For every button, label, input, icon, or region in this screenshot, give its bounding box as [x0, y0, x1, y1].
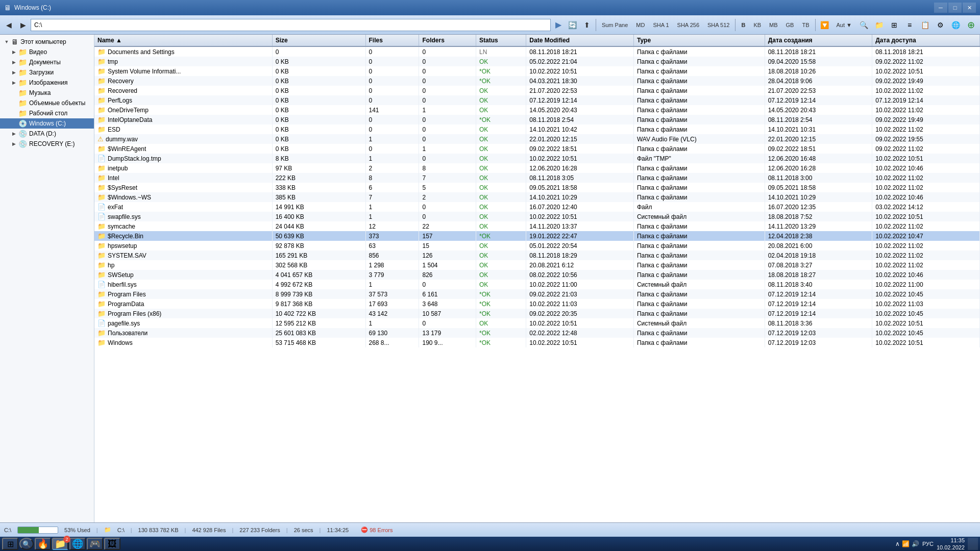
back-button[interactable]: ◀ — [2, 18, 15, 32]
table-row[interactable]: 📁$SysReset 338 KB 6 5 OK 09.05.2021 18:5… — [94, 183, 980, 192]
cell-status: *OK — [476, 309, 526, 318]
list-view-button[interactable]: ≡ — [902, 18, 917, 32]
md-button[interactable]: MD — [632, 18, 648, 32]
table-row[interactable]: 📄swapfile.sys 16 400 KB 1 0 OK 10.02.202… — [94, 212, 980, 221]
start-button[interactable]: ⊞ — [2, 538, 18, 550]
sum-pane-button[interactable]: Sum Pane — [598, 18, 631, 32]
cell-status: *OK — [476, 338, 526, 347]
table-row[interactable]: 📁Program Files (x86) 10 402 722 KB 43 14… — [94, 309, 980, 318]
tb-button[interactable]: TB — [798, 18, 813, 32]
mb-button[interactable]: MB — [766, 18, 781, 32]
sidebar-item-windows-c[interactable]: 💿 Windows (C:) — [0, 118, 94, 129]
globe-button[interactable]: 🌐 — [948, 18, 963, 32]
table-row[interactable]: 📁IntelOptaneData 0 KB 0 0 *OK 08.11.2018… — [94, 115, 980, 124]
cell-files: 268 8... — [365, 338, 419, 347]
sidebar-item-desktop[interactable]: 📁 Рабочий стол — [0, 108, 94, 118]
table-row[interactable]: 📁hpswsetup 92 878 KB 63 15 OK 05.01.2022… — [94, 241, 980, 251]
table-row[interactable]: 📁SWSetup 4 041 657 KB 3 779 826 OK 08.02… — [94, 270, 980, 280]
show-desktop-button[interactable] — [968, 538, 978, 550]
table-row[interactable]: ⚠dummy.wav 0 KB 1 0 OK 22.01.2020 12:15 … — [94, 134, 980, 144]
up-button[interactable]: ⬆ — [580, 18, 594, 32]
sidebar-item-objects[interactable]: 📁 Объемные объекты — [0, 98, 94, 108]
table-row[interactable]: 📄exFat 14 991 KB 1 0 OK 16.07.2020 12:40… — [94, 202, 980, 212]
cell-accessed: 10.02.2022 11:03 — [872, 299, 980, 309]
settings-button[interactable]: ⚙ — [933, 18, 947, 32]
table-row[interactable]: 📁SYSTEM.SAV 165 291 KB 856 126 OK 08.11.… — [94, 251, 980, 260]
go-button[interactable]: ▶ — [552, 18, 565, 32]
sidebar-item-data-d[interactable]: ▶ 💿 DATA (D:) — [0, 129, 94, 139]
close-button[interactable]: ✕ — [963, 3, 976, 13]
table-row[interactable]: 📁Documents and Settings 0 0 0 LN 08.11.2… — [94, 46, 980, 57]
taskbar-app-photos[interactable]: 🖼 — [104, 538, 120, 550]
table-row[interactable]: 📁System Volume Informati... 0 KB 0 0 *OK… — [94, 66, 980, 76]
cell-type: Папка с файлами — [633, 231, 765, 241]
kb-button[interactable]: KB — [750, 18, 765, 32]
sidebar-item-recovery-e[interactable]: ▶ 💿 RECOVERY (E:) — [0, 139, 94, 149]
address-bar[interactable] — [31, 19, 551, 31]
sidebar-item-downloads[interactable]: ▶ 📁 Загрузки — [0, 67, 94, 78]
table-row[interactable]: 📁$Windows.~WS 385 KB 7 2 OK 14.10.2021 1… — [94, 192, 980, 202]
sidebar-item-docs[interactable]: ▶ 📁 Документы — [0, 57, 94, 67]
table-row[interactable]: 📁OneDriveTemp 0 KB 141 1 OK 14.05.2020 2… — [94, 105, 980, 115]
sidebar-item-music[interactable]: 📁 Музыка — [0, 88, 94, 98]
col-size[interactable]: Size — [272, 35, 365, 46]
col-created[interactable]: Дата создания — [765, 35, 872, 46]
tray-volume-icon[interactable]: 🔊 — [912, 540, 919, 547]
taskbar-app-store[interactable]: 🔥 — [35, 538, 51, 550]
sha1-button[interactable]: SHA 1 — [649, 18, 672, 32]
sidebar-item-this-pc[interactable]: ▼ 🖥 Этот компьютер — [0, 37, 94, 47]
sha512-button[interactable]: SHA 512 — [704, 18, 733, 32]
cell-type: Папка с файлами — [633, 241, 765, 251]
table-row[interactable]: 📁$Recycle.Bin 50 639 KB 373 157 *OK 19.0… — [94, 231, 980, 241]
table-row[interactable]: 📄pagefile.sys 12 595 212 KB 1 0 OK 10.02… — [94, 318, 980, 328]
new-folder-button[interactable]: 📁 — [872, 18, 886, 32]
file-name: PerfLogs — [108, 97, 132, 104]
auto-button[interactable]: Aut ▼ — [833, 18, 855, 32]
table-row[interactable]: 📁symcache 24 044 KB 12 22 OK 14.11.2020 … — [94, 221, 980, 231]
minimize-button[interactable]: ─ — [934, 3, 947, 13]
table-row[interactable]: 📁Windows 53 715 468 KB 268 8... 190 9...… — [94, 338, 980, 347]
table-row[interactable]: 📄hiberfil.sys 4 992 672 KB 1 0 OK 10.02.… — [94, 280, 980, 289]
table-row[interactable]: 📁$WinREAgent 0 KB 0 1 OK 09.02.2022 18:5… — [94, 144, 980, 154]
table-row[interactable]: 📁tmp 0 KB 0 0 OK 05.02.2022 21:04 Папка … — [94, 57, 980, 66]
table-row[interactable]: 📁Recovery 0 KB 0 0 *OK 04.03.2021 18:30 … — [94, 76, 980, 86]
maximize-button[interactable]: □ — [948, 3, 962, 13]
table-row[interactable]: 📁hp 302 568 KB 1 298 1 504 OK 20.08.2021… — [94, 260, 980, 270]
search-button[interactable]: 🔍 — [856, 18, 871, 32]
col-status[interactable]: Status — [476, 35, 526, 46]
sidebar-item-images[interactable]: ▶ 📁 Изображения — [0, 78, 94, 88]
taskbar-app-chrome[interactable]: 🌐 — [69, 538, 86, 550]
taskbar-search-button[interactable]: 🔍 — [19, 538, 34, 550]
table-row[interactable]: 📁Intel 222 KB 8 7 OK 08.11.2018 3:05 Пап… — [94, 173, 980, 183]
cell-files: 0 — [365, 76, 419, 86]
refresh-button[interactable]: 🔄 — [566, 18, 579, 32]
tray-expand-icon[interactable]: ∧ — [895, 540, 900, 547]
table-row[interactable]: 📁inetpub 97 KB 2 8 OK 12.06.2020 16:28 П… — [94, 163, 980, 173]
table-row[interactable]: 📁ESD 0 KB 0 0 OK 14.10.2021 10:42 Папка … — [94, 124, 980, 134]
grid-view-button[interactable]: ⊞ — [887, 18, 901, 32]
col-folders[interactable]: Folders — [419, 35, 476, 46]
sha256-button[interactable]: SHA 256 — [674, 18, 703, 32]
bold-button[interactable]: B — [738, 18, 749, 32]
folder-icon: 📁 — [18, 109, 27, 117]
taskbar-app-game[interactable]: 🎮 — [87, 538, 103, 550]
sidebar-item-video[interactable]: ▶ 📁 Видео — [0, 47, 94, 57]
table-row[interactable]: 📁Recovered 0 KB 0 0 OK 21.07.2020 22:53 … — [94, 86, 980, 95]
cell-name: 📁hp — [94, 260, 272, 270]
col-files[interactable]: Files — [365, 35, 419, 46]
col-name[interactable]: Name ▲ — [94, 35, 272, 46]
table-row[interactable]: 📁PerfLogs 0 KB 0 0 OK 07.12.2019 12:14 П… — [94, 95, 980, 105]
cell-accessed: 10.02.2022 11:02 — [872, 173, 980, 183]
gb-button[interactable]: GB — [782, 18, 798, 32]
plus-button[interactable]: ⊕ — [964, 18, 978, 32]
table-row[interactable]: 📁ProgramData 9 817 368 KB 17 693 3 648 *… — [94, 299, 980, 309]
col-date[interactable]: Date Modified — [526, 35, 634, 46]
col-accessed[interactable]: Дата доступа — [872, 35, 980, 46]
details-button[interactable]: 📋 — [918, 18, 932, 32]
table-row[interactable]: 📁Пользователи 25 601 083 KB 69 130 13 17… — [94, 328, 980, 338]
table-row[interactable]: 📁Program Files 8 999 739 KB 37 573 6 161… — [94, 289, 980, 299]
filter-button[interactable]: 🔽 — [818, 18, 832, 32]
table-row[interactable]: 📄DumpStack.log.tmp 8 KB 1 0 OK 10.02.202… — [94, 154, 980, 163]
forward-button[interactable]: ▶ — [16, 18, 30, 32]
col-type[interactable]: Type — [633, 35, 765, 46]
